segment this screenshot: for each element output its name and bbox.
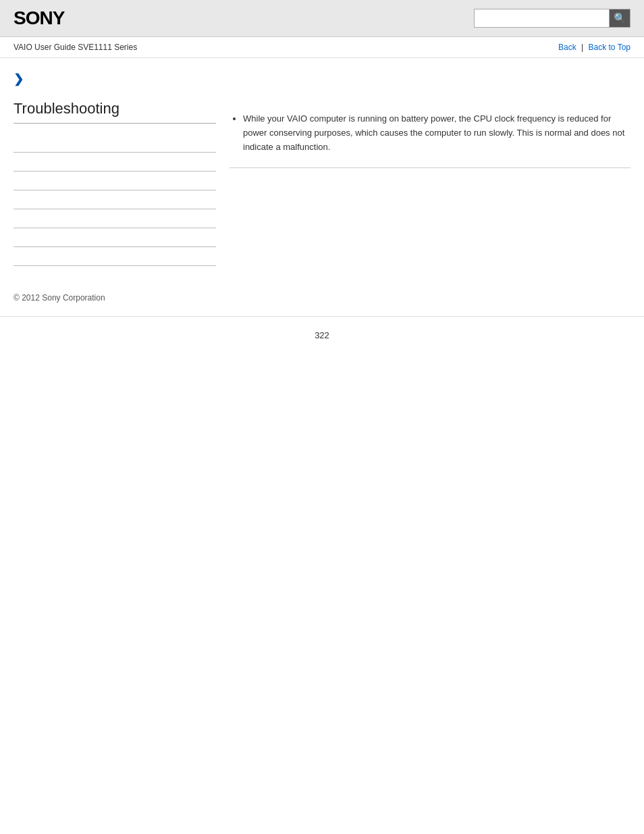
page-number: 322 (0, 316, 644, 354)
nav-bar: VAIO User Guide SVE1111 Series Back | Ba… (0, 37, 644, 58)
nav-links: Back | Back to Top (558, 43, 630, 52)
sidebar-chevron[interactable]: ❯ (14, 72, 216, 86)
search-button[interactable]: 🔍 (609, 9, 630, 28)
search-area: 🔍 (474, 9, 630, 28)
search-input[interactable] (474, 9, 609, 28)
back-link[interactable]: Back (558, 43, 576, 52)
list-item[interactable] (14, 209, 216, 228)
sony-logo: SONY (14, 7, 64, 29)
content-bullet-section: While your VAIO computer is running on b… (230, 112, 630, 168)
back-to-top-link[interactable]: Back to Top (589, 43, 630, 52)
search-icon: 🔍 (614, 12, 626, 24)
list-item[interactable] (14, 172, 216, 190)
content-area: While your VAIO computer is running on b… (230, 72, 630, 266)
content-list: While your VAIO computer is running on b… (230, 112, 630, 154)
list-item[interactable] (14, 134, 216, 153)
list-item[interactable] (14, 190, 216, 209)
list-item[interactable] (14, 228, 216, 247)
guide-title: VAIO User Guide SVE1111 Series (14, 43, 137, 52)
sidebar-links (14, 134, 216, 266)
main-content: ❯ Troubleshooting While your VAIO comput… (0, 58, 644, 280)
footer: © 2012 Sony Corporation (0, 280, 644, 316)
copyright-text: © 2012 Sony Corporation (14, 293, 105, 303)
nav-separator: | (581, 43, 583, 52)
list-item[interactable] (14, 153, 216, 172)
sidebar-heading: Troubleshooting (14, 100, 216, 124)
content-bullet-item: While your VAIO computer is running on b… (243, 112, 630, 154)
header: SONY 🔍 (0, 0, 644, 37)
sidebar: ❯ Troubleshooting (14, 72, 216, 266)
list-item[interactable] (14, 247, 216, 266)
